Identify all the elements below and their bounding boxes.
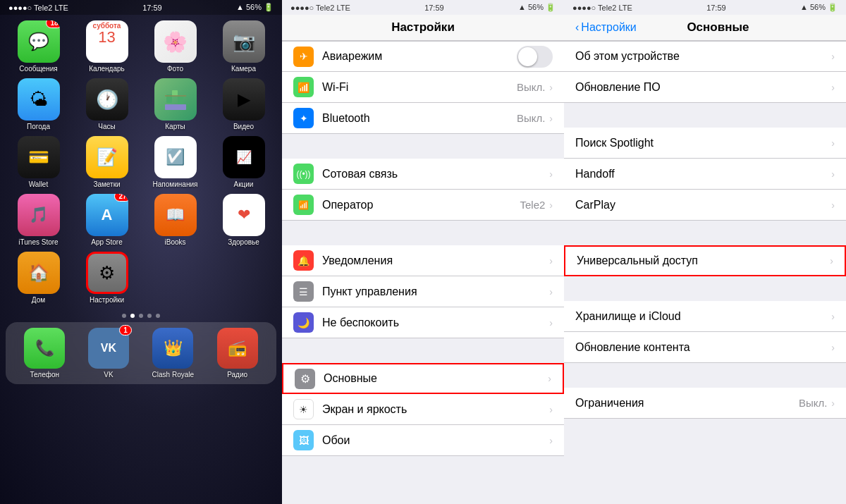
airplane-label: Авиарежим — [322, 50, 517, 63]
general-icon: ⚙ — [295, 369, 315, 389]
settings-battery: ▲ 56% 🔋 — [518, 3, 556, 12]
airplane-toggle[interactable] — [517, 46, 553, 68]
general-item-carplay[interactable]: CarPlay › — [564, 190, 846, 221]
cellular-chevron: › — [549, 168, 553, 180]
settings-item-cellular[interactable]: ((•)) Сотовая связь › — [282, 159, 564, 190]
general-item-accessibility[interactable]: Универсальный доступ › — [564, 245, 846, 276]
settings-time: 17:59 — [424, 4, 444, 12]
reminders-icon: ☑️ — [154, 136, 197, 178]
bluetooth-label: Bluetooth — [322, 112, 517, 125]
wallpaper-label: Обои — [322, 434, 549, 447]
app-ibooks[interactable]: 📖 iBooks — [144, 194, 207, 246]
settings-item-bluetooth[interactable]: ✦ Bluetooth Выкл. › — [282, 103, 564, 134]
app-reminders[interactable]: ☑️ Напоминания — [144, 136, 207, 188]
settings-item-display[interactable]: ☀ Экран и яркость › — [282, 394, 564, 425]
wallpaper-chevron: › — [549, 435, 553, 446]
spotlight-chevron: › — [831, 137, 835, 149]
settings-item-airplane[interactable]: ✈ Авиарежим — [282, 41, 564, 72]
dock: 📞 Телефон VK1 VK 👑 Clash Royale 📻 Радио — [6, 322, 276, 384]
back-button[interactable]: ‹ Настройки — [575, 21, 637, 34]
app-stocks[interactable]: 📈 Акции — [212, 136, 275, 188]
wifi-icon: 📶 — [293, 77, 314, 97]
general-item-restrictions[interactable]: Ограничения Выкл. › — [564, 388, 846, 419]
app-health[interactable]: ❤ Здоровье — [212, 194, 275, 246]
dock-vk[interactable]: VK1 VK — [88, 328, 129, 379]
bluetooth-value: Выкл. — [517, 112, 545, 124]
general-sep-2 — [564, 221, 846, 245]
update-chevron: › — [831, 82, 835, 93]
app-calendar[interactable]: суббота 13 Календарь — [75, 20, 138, 73]
dot-2 — [130, 314, 135, 318]
photos-icon: 🌸 — [154, 20, 197, 63]
settings-item-wifi[interactable]: 📶 Wi-Fi Выкл. › — [282, 72, 564, 103]
general-item-spotlight[interactable]: Поиск Spotlight › — [564, 128, 846, 159]
settings-carrier: ●●●●○ Tele2 LTE — [290, 4, 350, 12]
app-notes[interactable]: 📝 Заметки — [75, 136, 138, 188]
general-title: Основные — [637, 20, 799, 35]
dock-phone[interactable]: 📞 Телефон — [24, 328, 65, 379]
app-weather[interactable]: 🌤 Погода — [7, 78, 70, 130]
itunes-icon: 🎵 — [18, 194, 60, 236]
dnd-chevron: › — [549, 317, 553, 328]
settings-item-control[interactable]: ☰ Пункт управления › — [282, 276, 564, 307]
bgrefresh-label: Обновление контента — [575, 341, 831, 354]
settings-item-dnd[interactable]: 🌙 Не беспокоить › — [282, 307, 564, 338]
airplane-icon: ✈ — [293, 47, 314, 67]
back-chevron: ‹ — [575, 21, 579, 34]
carplay-label: CarPlay — [575, 199, 831, 211]
settings-item-general[interactable]: ⚙ Основные › — [282, 363, 564, 394]
weather-icon: 🌤 — [18, 78, 60, 121]
ibooks-icon: 📖 — [154, 194, 197, 236]
app-videos[interactable]: ▶ Видео — [212, 78, 275, 130]
general-item-about[interactable]: Об этом устройстве › — [564, 41, 846, 72]
app-messages[interactable]: 💬18 Сообщения — [7, 20, 70, 73]
notifications-label: Уведомления — [322, 254, 549, 267]
settings-title: Настройки — [293, 20, 553, 35]
accessibility-label: Универсальный доступ — [577, 254, 830, 267]
app-home[interactable]: 🏠 Дом — [7, 252, 70, 304]
dock-clash-icon: 👑 — [152, 328, 193, 369]
general-item-handoff[interactable]: Handoff › — [564, 159, 846, 190]
app-settings[interactable]: ⚙ Настройки — [75, 252, 138, 304]
app-wallet[interactable]: 💳 Wallet — [7, 136, 70, 188]
settings-item-notifications[interactable]: 🔔 Уведомления › — [282, 245, 564, 276]
svg-rect-3 — [165, 104, 186, 110]
dock-clash[interactable]: 👑 Clash Royale — [152, 328, 194, 379]
settings-item-wallpaper[interactable]: 🖼 Обои › — [282, 425, 564, 456]
camera-icon: 📷 — [223, 20, 265, 63]
calendar-icon: суббота 13 — [86, 20, 128, 63]
cellular-label: Сотовая связь — [322, 168, 549, 180]
storage-label: Хранилище и iCloud — [575, 310, 831, 323]
restrictions-chevron: › — [831, 398, 835, 409]
app-maps[interactable]: Карты — [144, 78, 207, 130]
settings-item-operator[interactable]: 📶 Оператор Tele2 › — [282, 190, 564, 221]
general-item-bgrefresh[interactable]: Обновление контента › — [564, 332, 846, 363]
notes-icon: 📝 — [86, 136, 128, 178]
wifi-chevron: › — [549, 82, 553, 93]
dot-1 — [122, 314, 126, 318]
settings-nav-bar: Настройки — [282, 15, 564, 41]
app-camera[interactable]: 📷 Камера — [212, 20, 275, 73]
wallet-icon: 💳 — [18, 136, 60, 178]
dot-3 — [139, 314, 143, 318]
app-photos[interactable]: 🌸 Фото — [144, 20, 207, 73]
spotlight-label: Поиск Spotlight — [575, 137, 831, 149]
general-list: Об этом устройстве › Обновление ПО › Пои… — [564, 41, 846, 504]
control-icon: ☰ — [293, 281, 314, 302]
section-sep-3 — [282, 338, 564, 363]
phone-carrier: ●●●●○ Tele2 LTE — [8, 4, 68, 12]
app-itunes[interactable]: 🎵 iTunes Store — [7, 194, 70, 246]
settings-list: ✈ Авиарежим 📶 Wi-Fi Выкл. › ✦ Bluetooth … — [282, 41, 564, 504]
dot-4 — [147, 314, 152, 318]
settings-icon: ⚙ — [86, 252, 128, 294]
display-chevron: › — [549, 404, 553, 415]
settings-panel: ●●●●○ Tele2 LTE 17:59 ▲ 56% 🔋 Настройки … — [282, 0, 564, 504]
app-appstore[interactable]: A27 App Store — [75, 194, 138, 246]
app-clock[interactable]: 🕐 Часы — [75, 78, 138, 130]
accessibility-chevron: › — [830, 255, 833, 266]
storage-chevron: › — [831, 311, 835, 322]
dock-radio[interactable]: 📻 Радио — [217, 328, 258, 379]
general-item-update[interactable]: Обновление ПО › — [564, 72, 846, 103]
handoff-chevron: › — [831, 168, 835, 180]
general-item-storage[interactable]: Хранилище и iCloud › — [564, 301, 846, 332]
